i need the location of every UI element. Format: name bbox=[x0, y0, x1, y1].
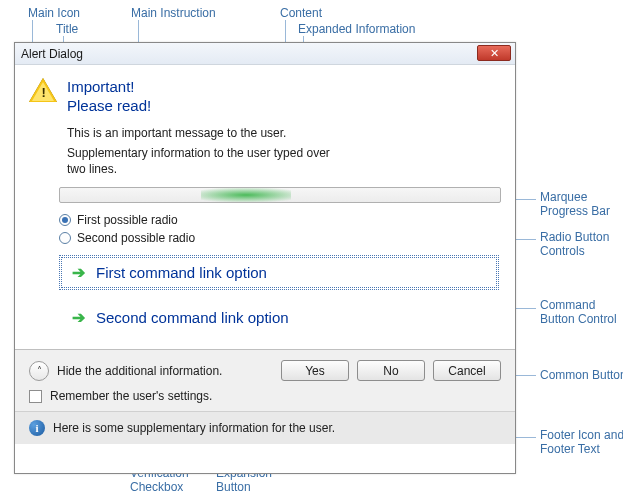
close-button[interactable]: ✕ bbox=[477, 45, 511, 61]
radio-icon bbox=[59, 232, 71, 244]
callout-radios: Radio Button Controls bbox=[540, 230, 609, 258]
button-label: Yes bbox=[305, 364, 325, 378]
callout-common-buttons: Common Buttons bbox=[540, 368, 623, 382]
callout-command: Command Button Control bbox=[540, 298, 617, 326]
callout-expanded-info: Expanded Information bbox=[298, 22, 415, 36]
cancel-button[interactable]: Cancel bbox=[433, 360, 501, 381]
command-link-1[interactable]: ➔ First command link option bbox=[59, 255, 499, 290]
main-instruction-line2: Please read! bbox=[67, 97, 151, 114]
footer-text: Here is some supplementary information f… bbox=[53, 421, 335, 435]
radio-label: First possible radio bbox=[77, 213, 178, 227]
yes-button[interactable]: Yes bbox=[281, 360, 349, 381]
expanded-text: Supplementary information to the user ty… bbox=[67, 145, 347, 177]
main-instruction-line1: Important! bbox=[67, 78, 135, 95]
radio-icon bbox=[59, 214, 71, 226]
command-link-label: First command link option bbox=[96, 264, 267, 281]
callout-footer: Footer Icon and Footer Text bbox=[540, 428, 623, 456]
command-link-2[interactable]: ➔ Second command link option bbox=[59, 300, 499, 335]
radio-option-2[interactable]: Second possible radio bbox=[59, 231, 501, 245]
chevron-up-icon: ˄ bbox=[29, 361, 49, 381]
radio-option-1[interactable]: First possible radio bbox=[59, 213, 501, 227]
arrow-right-icon: ➔ bbox=[70, 265, 86, 281]
expansion-button[interactable]: ˄ Hide the additional information. bbox=[29, 361, 222, 381]
no-button[interactable]: No bbox=[357, 360, 425, 381]
titlebar[interactable]: Alert Dialog ✕ bbox=[15, 43, 515, 65]
verification-checkbox[interactable]: Remember the user's settings. bbox=[29, 389, 501, 403]
radio-label: Second possible radio bbox=[77, 231, 195, 245]
warning-icon: ! bbox=[29, 77, 57, 105]
common-buttons: Yes No Cancel bbox=[281, 360, 501, 381]
close-icon: ✕ bbox=[490, 47, 499, 60]
dialog-title: Alert Dialog bbox=[21, 47, 83, 61]
main-instruction: Important! Please read! bbox=[67, 77, 501, 115]
progress-bar bbox=[59, 187, 501, 203]
arrow-right-icon: ➔ bbox=[70, 310, 86, 326]
callout-content: Content bbox=[280, 6, 322, 20]
content-text: This is an important message to the user… bbox=[67, 125, 501, 141]
expansion-label: Hide the additional information. bbox=[57, 364, 222, 378]
task-dialog: Alert Dialog ✕ ! Important! Please read!… bbox=[14, 42, 516, 474]
verification-label: Remember the user's settings. bbox=[50, 389, 212, 403]
callout-main-icon: Main Icon bbox=[28, 6, 80, 20]
callout-main-instruction: Main Instruction bbox=[131, 6, 216, 20]
checkbox-icon bbox=[29, 390, 42, 403]
annotated-figure: Main Icon Title Main Instruction Content… bbox=[0, 0, 623, 501]
dialog-footer: ˄ Hide the additional information. Yes N… bbox=[15, 349, 515, 411]
info-icon: i bbox=[29, 420, 45, 436]
button-label: No bbox=[383, 364, 398, 378]
callout-marquee: Marquee Progress Bar bbox=[540, 190, 610, 218]
callout-title: Title bbox=[56, 22, 78, 36]
command-link-label: Second command link option bbox=[96, 309, 289, 326]
footer-info: i Here is some supplementary information… bbox=[15, 411, 515, 444]
button-label: Cancel bbox=[448, 364, 485, 378]
dialog-body: ! Important! Please read! This is an imp… bbox=[15, 65, 515, 335]
